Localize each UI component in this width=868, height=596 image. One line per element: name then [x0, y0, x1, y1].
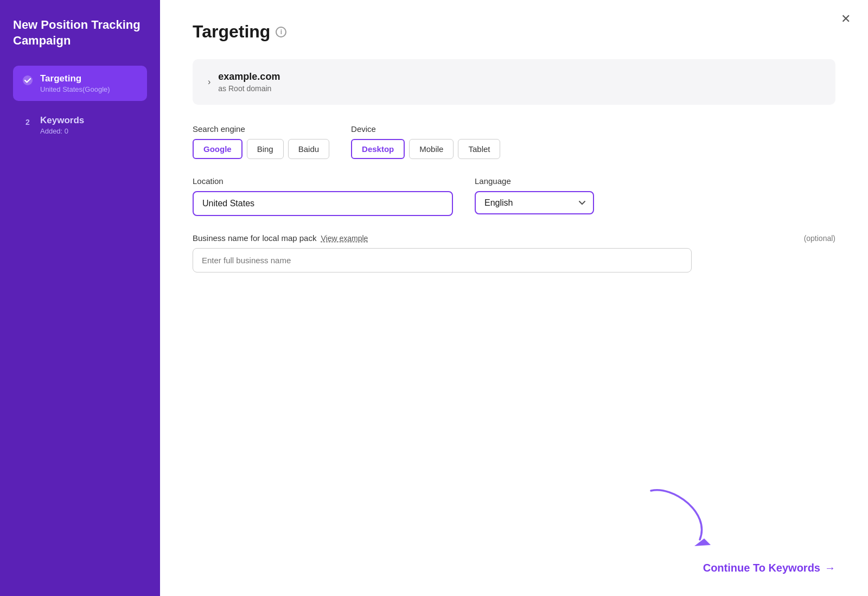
- sidebar-item-keywords[interactable]: 2 Keywords Added: 0: [13, 107, 147, 143]
- sidebar-keywords-label: Keywords: [40, 115, 84, 126]
- business-label-left: Business name for local map pack View ex…: [193, 233, 368, 243]
- sidebar-targeting-label: Targeting: [40, 73, 110, 84]
- location-language-row: Location Language English Spanish French…: [193, 176, 835, 216]
- device-group: Device Desktop Mobile Tablet: [351, 124, 500, 159]
- search-engine-toggles: Google Bing Baidu: [193, 139, 329, 159]
- language-label: Language: [475, 176, 594, 186]
- sidebar-keywords-sublabel: Added: 0: [40, 127, 84, 135]
- sidebar-nav: Targeting United States(Google) 2 Keywor…: [13, 66, 147, 143]
- info-icon[interactable]: i: [276, 27, 286, 37]
- language-select[interactable]: English Spanish French German: [475, 191, 594, 214]
- domain-type: as Root domain: [218, 84, 280, 93]
- page-title: Targeting: [193, 22, 270, 42]
- search-engine-google[interactable]: Google: [193, 139, 242, 159]
- domain-chevron-icon[interactable]: ›: [208, 77, 210, 87]
- domain-name: example.com: [218, 71, 280, 83]
- arrow-illustration: [640, 480, 727, 553]
- domain-info: example.com as Root domain: [218, 71, 280, 93]
- continue-button[interactable]: Continue To Keywords →: [703, 562, 835, 574]
- view-example-link[interactable]: View example: [321, 234, 368, 243]
- sidebar-targeting-content: Targeting United States(Google): [40, 73, 110, 93]
- search-engine-group: Search engine Google Bing Baidu: [193, 124, 329, 159]
- check-icon: [22, 74, 34, 86]
- search-engine-bing[interactable]: Bing: [247, 139, 284, 159]
- svg-marker-1: [694, 538, 711, 546]
- business-label-row: Business name for local map pack View ex…: [193, 233, 835, 243]
- sidebar-targeting-sublabel: United States(Google): [40, 85, 110, 93]
- sidebar: New Position Tracking Campaign Targeting…: [0, 0, 160, 596]
- sidebar-item-targeting[interactable]: Targeting United States(Google): [13, 66, 147, 101]
- location-label: Location: [193, 176, 453, 186]
- device-mobile[interactable]: Mobile: [409, 139, 454, 159]
- continue-label: Continue To Keywords: [703, 562, 820, 574]
- business-label: Business name for local map pack: [193, 233, 316, 243]
- sidebar-title: New Position Tracking Campaign: [13, 17, 147, 48]
- domain-card[interactable]: › example.com as Root domain: [193, 59, 835, 105]
- sidebar-keywords-content: Keywords Added: 0: [40, 115, 84, 135]
- continue-button-row: Continue To Keywords →: [703, 562, 835, 574]
- close-icon: ✕: [841, 12, 851, 26]
- main-content: ✕ Targeting i › example.com as Root doma…: [160, 0, 868, 596]
- business-section: Business name for local map pack View ex…: [193, 233, 835, 272]
- language-group: Language English Spanish French German: [475, 176, 594, 214]
- keywords-number: 2: [22, 116, 34, 128]
- search-engine-label: Search engine: [193, 124, 329, 134]
- location-group: Location: [193, 176, 453, 216]
- page-title-row: Targeting i: [193, 22, 835, 42]
- search-device-row: Search engine Google Bing Baidu Device D…: [193, 124, 835, 159]
- search-engine-baidu[interactable]: Baidu: [288, 139, 329, 159]
- location-input[interactable]: [193, 191, 453, 216]
- device-tablet[interactable]: Tablet: [458, 139, 500, 159]
- device-label: Device: [351, 124, 500, 134]
- svg-point-0: [23, 75, 33, 85]
- device-desktop[interactable]: Desktop: [351, 139, 405, 159]
- close-button[interactable]: ✕: [841, 13, 851, 25]
- optional-label: (optional): [804, 234, 835, 243]
- device-toggles: Desktop Mobile Tablet: [351, 139, 500, 159]
- continue-arrow-icon: →: [825, 562, 835, 574]
- business-name-input[interactable]: [193, 248, 692, 272]
